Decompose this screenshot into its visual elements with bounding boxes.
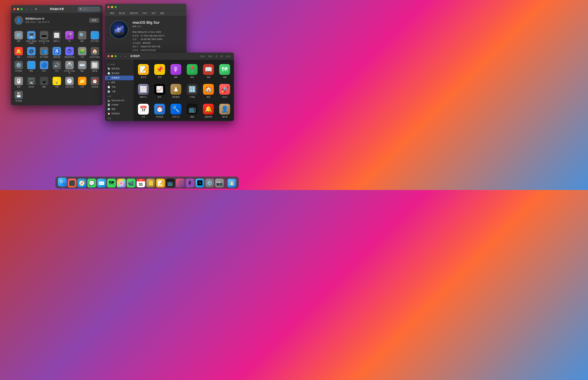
app-contacts[interactable]: 👤 通讯录	[218, 102, 231, 119]
about-tab-0[interactable]: 概览	[108, 11, 117, 16]
sidebar-item-applications[interactable]: 📱 应用程序	[105, 76, 134, 80]
dock-item-notes[interactable]: 📝	[156, 179, 165, 188]
sidebar-item-airdrop[interactable]: 📡 隔空投送	[105, 66, 134, 71]
about-minimize-button[interactable]	[111, 6, 113, 8]
syspref-icon-mouse[interactable]: 🖱️ 鼠标	[12, 76, 25, 89]
login-button[interactable]: 登录	[89, 18, 99, 23]
syspref-icon-startdisk[interactable]: 💾 启动磁盘	[12, 89, 25, 103]
syspref-icon-security[interactable]: 🏠 安全性与隐私	[89, 46, 101, 59]
finder-tag-button[interactable]: 🏷	[220, 54, 224, 58]
app-dictionary[interactable]: 📖 词典	[202, 63, 215, 80]
app-home[interactable]: 🏠 家庭	[202, 83, 215, 100]
app-launchpad[interactable]: 🚀 启动台	[218, 83, 231, 100]
sidebar-item-timemachine[interactable]: ⏰ 时间机器	[105, 111, 134, 116]
app-notes[interactable]: 📝 备忘录	[137, 63, 150, 80]
app-chess[interactable]: ♟ 国际象棋	[169, 83, 183, 100]
app-maps[interactable]: 🗺 地图	[218, 63, 231, 80]
sidebar-item-disk[interactable]: 💿 磁盘	[105, 107, 134, 111]
app-stocks[interactable]: 📈 股市	[153, 83, 166, 100]
syspref-icon-sharing[interactable]: 📁 共享	[76, 76, 89, 89]
maximize-button[interactable]	[20, 8, 23, 10]
back-button[interactable]: ‹	[25, 7, 29, 11]
finder-back-button[interactable]: ‹	[118, 54, 123, 58]
app-utilities[interactable]: 🔧 实用工具	[169, 102, 183, 119]
syspref-icon-sidecar[interactable]: 📱 随航	[38, 76, 51, 89]
forward-button[interactable]: ›	[30, 7, 34, 11]
about-maximize-button[interactable]	[114, 6, 117, 8]
dock-item-podcasts[interactable]: 🎙	[185, 179, 194, 188]
dock-item-appstore[interactable]: 🅰	[195, 179, 204, 188]
close-button[interactable]	[13, 8, 16, 10]
sidebar-tag-red[interactable]: 红色	[105, 120, 134, 121]
about-close-button[interactable]	[108, 6, 110, 8]
syspref-icon-keyboard[interactable]: ⌨️ 键盘	[76, 59, 89, 76]
syspref-icon-general[interactable]: ⚙️ 通用	[12, 30, 25, 46]
syspref-icon-notifications[interactable]: 🔔 通知	[12, 46, 25, 59]
finder-share-button[interactable]: ⎙	[215, 54, 218, 58]
dock-item-messages[interactable]: 💬	[87, 179, 96, 188]
syspref-icon-desktop[interactable]: 🖥️ 桌面与 屏幕保护程序	[25, 30, 38, 46]
search-input[interactable]	[83, 8, 98, 10]
syspref-icon-sound[interactable]: 🔊 声音	[51, 59, 63, 76]
syspref-icon-softwareupdate[interactable]: ⚙️ 软件更新	[12, 59, 25, 76]
about-tab-1[interactable]: 显示器	[117, 11, 128, 16]
about-tab-5[interactable]: 服务	[158, 11, 167, 16]
finder-more-button[interactable]: ⊙ ∨	[225, 54, 231, 58]
syspref-icon-displays[interactable]: 🖥️ 显示器	[25, 76, 38, 89]
syspref-icon-screentime[interactable]: ⏱ 屏幕使用时间	[63, 46, 76, 59]
dock-item-launchpad[interactable]: ⬛	[68, 179, 76, 188]
dock-item-calendar[interactable]: 1月31	[136, 179, 145, 188]
finder-forward-button[interactable]: ›	[123, 54, 127, 58]
dock-item-facetime[interactable]: 📹	[127, 179, 135, 188]
finder-close-button[interactable]	[108, 55, 110, 57]
app-calendar[interactable]: 📅 日历	[137, 102, 150, 119]
app-reminders[interactable]: 🔔 提醒事项	[202, 102, 215, 119]
sidebar-item-documents[interactable]: 📄 文稿	[105, 85, 134, 89]
dock-item-imagepreview[interactable]: 📷	[215, 179, 224, 188]
sidebar-item-recents[interactable]: 🕐 最近项目	[105, 71, 134, 76]
syspref-icon-language[interactable]: 🌐 语言与地区	[89, 30, 101, 46]
dock-item-music[interactable]: 🎵	[176, 179, 184, 188]
sidebar-item-macintoshhd[interactable]: 💻 Macintosh HD	[105, 98, 134, 103]
syspref-icon-users[interactable]: 👥 用户与群组	[38, 46, 51, 59]
search-box[interactable]: 🔍	[78, 7, 100, 11]
dock-item-download[interactable]: ⬇️	[227, 179, 236, 188]
dock-item-finder[interactable]: 🔍	[58, 178, 67, 188]
about-tab-3[interactable]: 内存	[140, 11, 149, 16]
about-tab-4[interactable]: 支持	[149, 11, 158, 16]
app-stickies[interactable]: 📌 便笺	[153, 63, 166, 80]
sidebar-item-desktop[interactable]: 🖥 桌面	[105, 80, 134, 85]
syspref-icon-network[interactable]: 🌐 网络	[25, 59, 38, 76]
syspref-icon-accessibility[interactable]: ♿ 辅助功能	[51, 46, 63, 59]
finder-view-apps-button[interactable]: ⊞ ∨	[207, 54, 214, 58]
syspref-icon-trackpad[interactable]: ⬜ 触控板	[89, 59, 101, 76]
syspref-icon-extensions[interactable]: 🧩 扩展	[76, 46, 89, 59]
syspref-icon-siri[interactable]: 🎤 Siri	[63, 30, 76, 46]
app-findmy[interactable]: 📍 查找	[185, 63, 199, 80]
app-missioncontrol[interactable]: ⬜ 调度中心	[137, 83, 150, 100]
about-tab-2[interactable]: 储存空间	[128, 11, 140, 16]
syspref-icon-printers[interactable]: 🖨️ 打印机与 扫描仪	[63, 59, 76, 76]
sidebar-item-untitled[interactable]: 💾 Untitled	[105, 103, 134, 107]
syspref-icon-battery[interactable]: 💡 节能	[51, 76, 63, 89]
dock-item-mail[interactable]: ✉️	[97, 179, 106, 188]
app-timemachine[interactable]: ⏰ 时间机器	[153, 102, 166, 119]
finder-view-grid-button[interactable]: ⊞ ∨	[200, 54, 206, 58]
app-podcasts[interactable]: 🎙 播客	[169, 63, 183, 80]
syspref-icon-icloud[interactable]: @ 互联网 帐户	[25, 46, 38, 59]
sidebar-item-downloads[interactable]: ⬇️ 下载	[105, 89, 134, 94]
minimize-button[interactable]	[17, 8, 19, 10]
syspref-icon-bluetooth[interactable]: 🔵 蓝牙	[38, 59, 51, 76]
finder-maximize-button[interactable]	[114, 55, 117, 57]
syspref-icon-missioncontrol[interactable]: ⬜ 调度中心	[51, 30, 63, 46]
dock-item-maps[interactable]: 🗺	[107, 179, 116, 188]
syspref-icon-dock[interactable]: ▬ 程序坞与 菜单栏	[38, 30, 51, 46]
dock-item-photos[interactable]: 🌸	[117, 179, 126, 188]
syspref-icon-timemachine[interactable]: ⏰ 时间机器	[89, 76, 101, 89]
syspref-icon-spotlight[interactable]: 🔍 聚焦	[76, 30, 89, 46]
app-calculator[interactable]: 🔢 计算器	[185, 83, 199, 100]
finder-minimize-button[interactable]	[111, 55, 113, 57]
dock-item-contacts[interactable]: 📒	[146, 179, 155, 188]
dock-item-safari[interactable]: 🧭	[77, 179, 86, 188]
dock-item-syspref[interactable]: ⚙️	[205, 179, 214, 188]
